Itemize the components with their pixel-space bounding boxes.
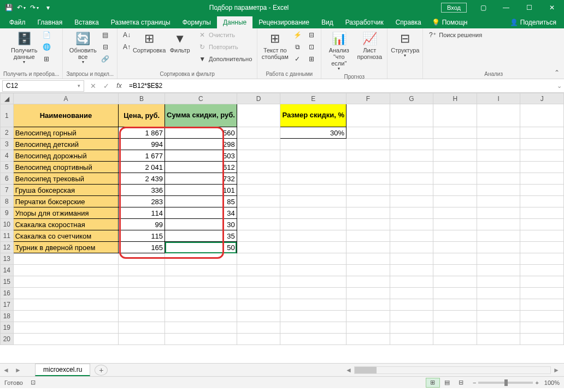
cell[interactable] — [477, 127, 520, 139]
formula-input[interactable] — [126, 80, 554, 92]
cell[interactable] — [520, 288, 564, 299]
cell[interactable] — [390, 173, 433, 185]
row-header[interactable]: 16 — [1, 288, 14, 299]
data-model-button[interactable]: ⊞ — [306, 54, 318, 64]
cell[interactable] — [237, 104, 280, 127]
cell[interactable] — [237, 299, 280, 311]
cell[interactable] — [520, 196, 564, 207]
cell[interactable]: 560 — [165, 127, 237, 139]
cell[interactable] — [346, 207, 390, 219]
row-header[interactable]: 4 — [1, 150, 14, 162]
cell[interactable] — [346, 253, 390, 265]
row[interactable]: 16 — [1, 288, 564, 299]
row-header[interactable]: 3 — [1, 139, 14, 150]
cell[interactable] — [346, 276, 390, 288]
cell[interactable]: 101 — [165, 185, 237, 196]
cell[interactable] — [165, 322, 237, 334]
cell[interactable] — [390, 288, 433, 299]
cell[interactable] — [280, 322, 346, 334]
cell[interactable] — [165, 311, 237, 322]
cell[interactable] — [520, 150, 564, 162]
cell[interactable] — [237, 139, 280, 150]
from-text-button[interactable]: 📄 — [40, 29, 52, 40]
row[interactable]: 4 Велосипед дорожный 1 677 503 — [1, 150, 564, 162]
filter-button[interactable]: ▼ Фильтр — [166, 29, 194, 55]
cell[interactable] — [477, 196, 520, 207]
cell[interactable] — [237, 150, 280, 162]
row-header[interactable]: 15 — [1, 276, 14, 288]
cell[interactable]: 30% — [280, 127, 346, 139]
cell[interactable] — [433, 288, 477, 299]
cell[interactable] — [119, 299, 165, 311]
cell[interactable] — [433, 219, 477, 230]
cell[interactable] — [477, 139, 520, 150]
sheet-nav-prev-icon[interactable]: ◄ — [0, 366, 12, 374]
close-button[interactable]: ✕ — [541, 0, 563, 15]
accept-formula-icon[interactable]: ✓ — [99, 80, 113, 92]
cancel-formula-icon[interactable]: ✕ — [86, 80, 99, 92]
cell[interactable] — [520, 299, 564, 311]
cell[interactable] — [433, 162, 477, 173]
scroll-left-icon[interactable]: ◄ — [344, 366, 353, 374]
cell[interactable] — [346, 288, 390, 299]
sort-button[interactable]: ⊞ Сортировка — [135, 29, 163, 55]
scroll-track[interactable] — [354, 366, 551, 374]
col-header[interactable]: J — [520, 93, 564, 104]
page-layout-view-button[interactable]: ▤ — [440, 378, 454, 388]
cell[interactable] — [280, 253, 346, 265]
cell[interactable] — [346, 322, 390, 334]
col-header[interactable]: E — [280, 93, 346, 104]
cell[interactable] — [390, 150, 433, 162]
cell[interactable] — [390, 185, 433, 196]
cell[interactable] — [280, 311, 346, 322]
maximize-button[interactable]: ☐ — [518, 0, 540, 15]
col-header[interactable]: G — [390, 93, 433, 104]
cell[interactable] — [433, 334, 477, 345]
cell[interactable]: 2 439 — [119, 173, 165, 185]
cell[interactable] — [119, 288, 165, 299]
cell[interactable]: 50 — [165, 242, 237, 253]
cell[interactable] — [390, 162, 433, 173]
cell[interactable]: 994 — [119, 139, 165, 150]
cell[interactable] — [346, 265, 390, 276]
what-if-button[interactable]: 📊 Анализ "что если"▾ — [325, 29, 353, 73]
validation-button[interactable]: ✓ — [291, 54, 303, 64]
cell[interactable] — [280, 196, 346, 207]
row[interactable]: 12 Турник в дверной проем 165 50 — [1, 242, 564, 253]
normal-view-button[interactable]: ⊞ — [426, 378, 440, 388]
cell[interactable] — [477, 334, 520, 345]
zoom-out-button[interactable]: − — [473, 379, 476, 386]
cell[interactable] — [433, 185, 477, 196]
cell[interactable] — [346, 150, 390, 162]
row[interactable]: 20 — [1, 334, 564, 345]
cell[interactable] — [13, 322, 118, 334]
sheet-tab[interactable]: microexcel.ru — [35, 364, 90, 376]
cell[interactable] — [477, 265, 520, 276]
cell[interactable]: 30 — [165, 219, 237, 230]
col-header[interactable]: I — [477, 93, 520, 104]
zoom-value[interactable]: 100% — [544, 379, 560, 386]
cell[interactable] — [165, 265, 237, 276]
cell[interactable] — [237, 322, 280, 334]
cell[interactable] — [165, 253, 237, 265]
row-header[interactable]: 9 — [1, 207, 14, 219]
cell[interactable] — [477, 242, 520, 253]
cell[interactable] — [390, 253, 433, 265]
cell[interactable] — [346, 242, 390, 253]
row-header[interactable]: 18 — [1, 311, 14, 322]
cell[interactable] — [13, 334, 118, 345]
cell[interactable] — [433, 253, 477, 265]
cell[interactable] — [390, 196, 433, 207]
tab-help[interactable]: Справка — [390, 16, 427, 28]
row[interactable]: 18 — [1, 311, 564, 322]
col-header[interactable]: H — [433, 93, 477, 104]
cell[interactable] — [390, 104, 433, 127]
cell[interactable] — [390, 127, 433, 139]
cell[interactable]: 2 041 — [119, 162, 165, 173]
cell[interactable] — [477, 185, 520, 196]
text-to-columns-button[interactable]: ⊞ Текст по столбцам — [261, 29, 289, 61]
cell[interactable] — [13, 288, 118, 299]
cell[interactable] — [390, 265, 433, 276]
header-cell[interactable]: Наименование — [13, 104, 118, 127]
tab-data[interactable]: Данные — [217, 16, 252, 28]
